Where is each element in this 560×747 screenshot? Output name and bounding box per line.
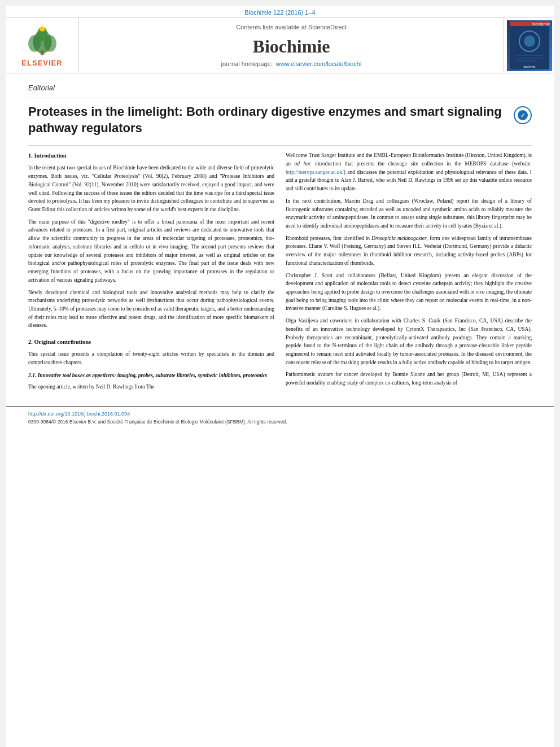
elsevier-tree-icon	[20, 24, 65, 58]
crossmark-badge: ✓	[514, 106, 532, 124]
doi-link[interactable]: http://dx.doi.org/10.1016/j.biochi.2016.…	[28, 411, 532, 417]
journal-title-section: Contents lists available at ScienceDirec…	[79, 18, 504, 73]
right-p6: Pathomimetic avatars for cancer develope…	[286, 370, 532, 387]
elsevier-logo: ELSEVIER	[20, 24, 65, 67]
right-p1: Wellcome Trust Sanger Institute and the …	[286, 151, 532, 193]
left-p4: This special issue presents a compilatio…	[28, 350, 274, 366]
journal-cover-section: biochimie biochimie	[504, 18, 554, 73]
crossmark-icon: ✓	[518, 110, 528, 120]
journal-name: Biochimie	[253, 36, 330, 57]
citation-text: Biochimie 122 (2016) 1–4	[244, 9, 315, 16]
section2-heading: 2. Original contributions	[28, 338, 274, 347]
homepage-link[interactable]: www.elsevier.com/locate/biochi	[276, 60, 362, 67]
elsevier-logo-section: ELSEVIER	[6, 18, 79, 73]
right-p5: Olga Vasiljeva and coworkers in collabor…	[286, 317, 532, 366]
left-p3: Newly developed chemical and biological …	[28, 289, 274, 330]
svg-point-10	[524, 36, 535, 47]
footer: http://dx.doi.org/10.1016/j.biochi.2016.…	[6, 406, 554, 428]
homepage-label: journal homepage:	[221, 60, 273, 67]
svg-rect-5	[41, 51, 43, 55]
subsection-heading: 2.1. Innovative tool boxes as appetizers…	[28, 372, 274, 380]
title-divider	[28, 98, 532, 98]
right-p4: Christopher J. Scott and collaborators (…	[286, 272, 532, 313]
cover-art-icon: biochimie	[510, 21, 549, 69]
right-p2: In the next contribution, Marcin Drag an…	[286, 197, 532, 230]
sciencedirect-notice: Contents lists available at ScienceDirec…	[236, 24, 347, 30]
journal-cover-image: biochimie biochimie	[507, 20, 552, 71]
svg-text:biochimie: biochimie	[523, 65, 535, 68]
article-title-block: Proteases in the limelight: Both ordinar…	[28, 104, 532, 136]
contents-text: Contents lists available at ScienceDirec…	[236, 24, 347, 30]
article-title-text: Proteases in the limelight: Both ordinar…	[28, 104, 514, 136]
body-divider	[28, 145, 532, 146]
copyright-text: 0300-9084/© 2016 Elsevier B.V. and Socié…	[28, 419, 532, 425]
left-p5: The opening article, written by Neil D. …	[28, 383, 274, 391]
page: Biochimie 122 (2016) 1–4 ELSEVIER	[6, 6, 554, 747]
doi-anchor[interactable]: http://dx.doi.org/10.1016/j.biochi.2016.…	[28, 411, 130, 417]
journal-header: ELSEVIER Contents lists available at Sci…	[6, 18, 554, 73]
homepage-line: journal homepage: www.elsevier.com/locat…	[221, 60, 362, 67]
section1-heading: 1. Introduction	[28, 151, 274, 160]
elsevier-brand-text: ELSEVIER	[21, 59, 62, 67]
left-column: 1. Introduction In the recent past two s…	[28, 151, 274, 395]
left-p1: In the recent past two special issues of…	[28, 164, 274, 213]
journal-citation: Biochimie 122 (2016) 1–4	[6, 6, 554, 18]
merops-link[interactable]: http://merops.sanger.ac.uk/	[286, 169, 344, 175]
right-p3: Rhomboid proteases, first identified in …	[286, 234, 532, 268]
two-column-layout: 1. Introduction In the recent past two s…	[28, 151, 532, 395]
svg-point-6	[40, 27, 45, 32]
editorial-label: Editorial	[28, 84, 532, 92]
article-body: Editorial Proteases in the limelight: Bo…	[6, 73, 554, 406]
right-column: Wellcome Trust Sanger Institute and the …	[286, 151, 532, 395]
left-p2: The main purpose of this "digestive medl…	[28, 218, 274, 285]
